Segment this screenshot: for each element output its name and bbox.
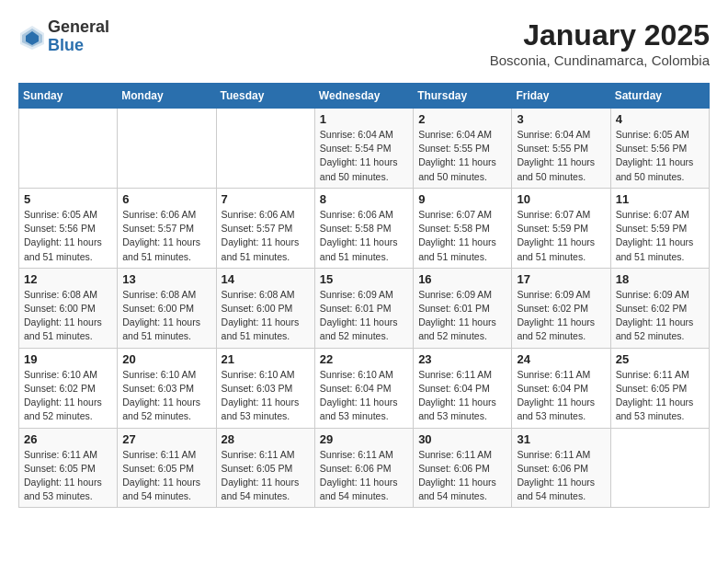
week-row-4: 19Sunrise: 6:10 AM Sunset: 6:02 PM Dayli… (19, 348, 710, 428)
day-number: 15 (320, 272, 408, 286)
day-number: 21 (222, 352, 310, 366)
day-info: Sunrise: 6:09 AM Sunset: 6:02 PM Dayligh… (517, 288, 605, 344)
day-info: Sunrise: 6:04 AM Sunset: 5:55 PM Dayligh… (418, 128, 506, 184)
logo: General Blue (18, 18, 109, 55)
calendar-cell: 4Sunrise: 6:05 AM Sunset: 5:56 PM Daylig… (610, 109, 709, 189)
logo-text: General Blue (48, 18, 109, 55)
calendar-cell: 24Sunrise: 6:11 AM Sunset: 6:04 PM Dayli… (512, 348, 610, 428)
day-info: Sunrise: 6:04 AM Sunset: 5:54 PM Dayligh… (320, 128, 408, 184)
day-number: 14 (222, 272, 310, 286)
calendar-cell: 20Sunrise: 6:10 AM Sunset: 6:03 PM Dayli… (118, 348, 216, 428)
day-info: Sunrise: 6:11 AM Sunset: 6:05 PM Dayligh… (122, 448, 210, 504)
day-number: 2 (418, 112, 506, 126)
day-info: Sunrise: 6:09 AM Sunset: 6:01 PM Dayligh… (320, 288, 408, 344)
day-number: 20 (122, 352, 210, 366)
day-info: Sunrise: 6:08 AM Sunset: 6:00 PM Dayligh… (222, 288, 310, 344)
calendar-cell: 23Sunrise: 6:11 AM Sunset: 6:04 PM Dayli… (414, 348, 512, 428)
day-info: Sunrise: 6:07 AM Sunset: 5:58 PM Dayligh… (418, 208, 506, 264)
header-day-thursday: Thursday (414, 84, 512, 109)
day-number: 4 (616, 112, 704, 126)
day-info: Sunrise: 6:05 AM Sunset: 5:56 PM Dayligh… (24, 208, 112, 264)
day-info: Sunrise: 6:11 AM Sunset: 6:06 PM Dayligh… (418, 448, 506, 504)
calendar-cell: 28Sunrise: 6:11 AM Sunset: 6:05 PM Dayli… (216, 428, 314, 508)
calendar-cell: 3Sunrise: 6:04 AM Sunset: 5:55 PM Daylig… (512, 109, 610, 189)
logo-general-text: General (48, 18, 109, 37)
day-info: Sunrise: 6:11 AM Sunset: 6:05 PM Dayligh… (222, 448, 310, 504)
header-row: SundayMondayTuesdayWednesdayThursdayFrid… (19, 84, 710, 109)
day-info: Sunrise: 6:10 AM Sunset: 6:02 PM Dayligh… (24, 368, 112, 424)
calendar-cell (19, 109, 118, 189)
header-day-friday: Friday (512, 84, 610, 109)
calendar-cell: 12Sunrise: 6:08 AM Sunset: 6:00 PM Dayli… (19, 268, 118, 348)
header-day-sunday: Sunday (19, 84, 118, 109)
calendar-cell: 11Sunrise: 6:07 AM Sunset: 5:59 PM Dayli… (610, 188, 709, 268)
calendar-cell: 1Sunrise: 6:04 AM Sunset: 5:54 PM Daylig… (314, 109, 413, 189)
calendar-cell: 13Sunrise: 6:08 AM Sunset: 6:00 PM Dayli… (118, 268, 216, 348)
day-number: 16 (418, 272, 506, 286)
calendar-cell (610, 428, 709, 508)
calendar-title: January 2025 (490, 18, 710, 52)
day-number: 6 (122, 192, 210, 206)
calendar-cell: 27Sunrise: 6:11 AM Sunset: 6:05 PM Dayli… (118, 428, 216, 508)
day-number: 8 (320, 192, 408, 206)
calendar-cell: 10Sunrise: 6:07 AM Sunset: 5:59 PM Dayli… (512, 188, 610, 268)
logo-icon (18, 24, 44, 50)
calendar-table: SundayMondayTuesdayWednesdayThursdayFrid… (18, 83, 710, 508)
calendar-cell: 30Sunrise: 6:11 AM Sunset: 6:06 PM Dayli… (414, 428, 512, 508)
day-info: Sunrise: 6:08 AM Sunset: 6:00 PM Dayligh… (24, 288, 112, 344)
day-number: 10 (517, 192, 605, 206)
header-day-tuesday: Tuesday (216, 84, 314, 109)
day-number: 30 (418, 432, 506, 446)
day-info: Sunrise: 6:08 AM Sunset: 6:00 PM Dayligh… (122, 288, 210, 344)
calendar-cell: 26Sunrise: 6:11 AM Sunset: 6:05 PM Dayli… (19, 428, 118, 508)
calendar-cell: 9Sunrise: 6:07 AM Sunset: 5:58 PM Daylig… (414, 188, 512, 268)
day-number: 23 (418, 352, 506, 366)
calendar-cell: 18Sunrise: 6:09 AM Sunset: 6:02 PM Dayli… (610, 268, 709, 348)
day-info: Sunrise: 6:11 AM Sunset: 6:05 PM Dayligh… (616, 368, 704, 424)
logo-blue-text: Blue (48, 37, 109, 55)
day-info: Sunrise: 6:05 AM Sunset: 5:56 PM Dayligh… (616, 128, 704, 184)
day-number: 29 (320, 432, 408, 446)
day-info: Sunrise: 6:06 AM Sunset: 5:58 PM Dayligh… (320, 208, 408, 264)
calendar-cell: 29Sunrise: 6:11 AM Sunset: 6:06 PM Dayli… (314, 428, 413, 508)
calendar-cell: 16Sunrise: 6:09 AM Sunset: 6:01 PM Dayli… (414, 268, 512, 348)
calendar-cell: 21Sunrise: 6:10 AM Sunset: 6:03 PM Dayli… (216, 348, 314, 428)
day-number: 22 (320, 352, 408, 366)
day-number: 26 (24, 432, 112, 446)
calendar-cell: 14Sunrise: 6:08 AM Sunset: 6:00 PM Dayli… (216, 268, 314, 348)
week-row-5: 26Sunrise: 6:11 AM Sunset: 6:05 PM Dayli… (19, 428, 710, 508)
calendar-cell (216, 109, 314, 189)
calendar-cell: 22Sunrise: 6:10 AM Sunset: 6:04 PM Dayli… (314, 348, 413, 428)
day-number: 11 (616, 192, 704, 206)
day-info: Sunrise: 6:11 AM Sunset: 6:06 PM Dayligh… (517, 448, 605, 504)
header-day-monday: Monday (118, 84, 216, 109)
day-info: Sunrise: 6:10 AM Sunset: 6:04 PM Dayligh… (320, 368, 408, 424)
calendar-subtitle: Bosconia, Cundinamarca, Colombia (490, 52, 710, 68)
day-number: 25 (616, 352, 704, 366)
day-info: Sunrise: 6:11 AM Sunset: 6:06 PM Dayligh… (320, 448, 408, 504)
calendar-cell: 6Sunrise: 6:06 AM Sunset: 5:57 PM Daylig… (118, 188, 216, 268)
day-info: Sunrise: 6:04 AM Sunset: 5:55 PM Dayligh… (517, 128, 605, 184)
day-info: Sunrise: 6:07 AM Sunset: 5:59 PM Dayligh… (517, 208, 605, 264)
week-row-1: 1Sunrise: 6:04 AM Sunset: 5:54 PM Daylig… (19, 109, 710, 189)
page-header: General Blue January 2025 Bosconia, Cund… (18, 18, 710, 68)
day-number: 28 (222, 432, 310, 446)
week-row-2: 5Sunrise: 6:05 AM Sunset: 5:56 PM Daylig… (19, 188, 710, 268)
calendar-cell: 2Sunrise: 6:04 AM Sunset: 5:55 PM Daylig… (414, 109, 512, 189)
day-number: 5 (24, 192, 112, 206)
day-number: 3 (517, 112, 605, 126)
calendar-cell: 7Sunrise: 6:06 AM Sunset: 5:57 PM Daylig… (216, 188, 314, 268)
calendar-cell: 17Sunrise: 6:09 AM Sunset: 6:02 PM Dayli… (512, 268, 610, 348)
day-info: Sunrise: 6:09 AM Sunset: 6:02 PM Dayligh… (616, 288, 704, 344)
header-day-wednesday: Wednesday (314, 84, 413, 109)
day-info: Sunrise: 6:06 AM Sunset: 5:57 PM Dayligh… (222, 208, 310, 264)
day-info: Sunrise: 6:06 AM Sunset: 5:57 PM Dayligh… (122, 208, 210, 264)
day-number: 1 (320, 112, 408, 126)
day-number: 13 (122, 272, 210, 286)
day-info: Sunrise: 6:09 AM Sunset: 6:01 PM Dayligh… (418, 288, 506, 344)
calendar-cell: 25Sunrise: 6:11 AM Sunset: 6:05 PM Dayli… (610, 348, 709, 428)
day-info: Sunrise: 6:11 AM Sunset: 6:05 PM Dayligh… (24, 448, 112, 504)
day-info: Sunrise: 6:07 AM Sunset: 5:59 PM Dayligh… (616, 208, 704, 264)
day-number: 17 (517, 272, 605, 286)
day-number: 24 (517, 352, 605, 366)
